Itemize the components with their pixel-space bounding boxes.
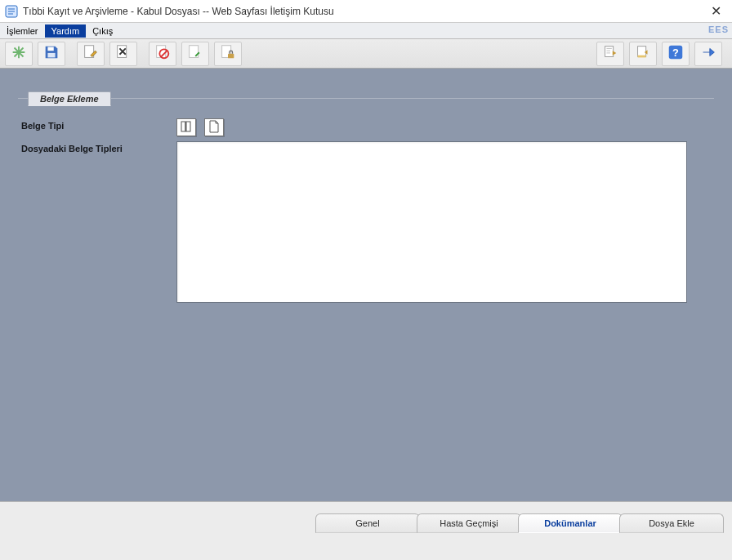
svg-rect-10 <box>228 54 234 59</box>
arrow-right-icon <box>699 43 717 64</box>
close-button[interactable]: ✕ <box>699 3 732 19</box>
bottom-tabs: Genel Hasta Geçmişi Dokümanlar Dosya Ekl… <box>0 502 732 533</box>
group-border <box>18 98 714 99</box>
document-lock-icon <box>219 43 237 64</box>
import-icon <box>601 43 619 64</box>
group-panel: Belge Ekleme Belge Tipi Dosyadaki Belge … <box>18 98 714 482</box>
page-icon <box>208 120 221 136</box>
menu-cikis[interactable]: Çıkış <box>86 24 119 38</box>
tab-hasta-gecmisi[interactable]: Hasta Geçmişi <box>417 513 521 533</box>
lookup-button[interactable] <box>176 118 196 136</box>
window-title: Tıbbi Kayıt ve Arşivleme - Kabul Dosyası… <box>23 6 699 17</box>
svg-rect-13 <box>638 56 646 58</box>
new-document-button[interactable] <box>204 118 224 136</box>
form: Belge Tipi Dosyadaki Belge Tipleri <box>18 118 714 303</box>
document-edit-button[interactable] <box>181 42 209 66</box>
title-bar: Tıbbi Kayıt ve Arşivleme - Kabul Dosyası… <box>0 0 732 23</box>
label-dosyadaki-belge-tipleri: Dosyadaki Belge Tipleri <box>21 141 176 153</box>
brand-label: EES <box>708 24 729 34</box>
forward-button[interactable] <box>694 42 722 66</box>
svg-rect-12 <box>638 47 646 57</box>
svg-rect-17 <box>186 122 190 131</box>
group-title: Belge Ekleme <box>28 91 111 106</box>
export-button[interactable] <box>629 42 657 66</box>
svg-rect-16 <box>181 122 185 131</box>
asterisk-icon <box>10 43 28 64</box>
edit-button[interactable] <box>77 42 105 66</box>
svg-text:?: ? <box>672 47 679 59</box>
svg-rect-1 <box>47 47 53 51</box>
svg-rect-2 <box>47 53 55 58</box>
menu-yardim[interactable]: Yardım <box>45 24 87 38</box>
tab-dosya-ekle[interactable]: Dosya Ekle <box>619 513 724 533</box>
block-button[interactable] <box>149 42 176 66</box>
delete-x-icon <box>114 43 132 64</box>
document-types-list[interactable] <box>176 141 687 303</box>
row-dosyadaki-belge-tipleri: Dosyadaki Belge Tipleri <box>21 141 711 303</box>
new-record-button[interactable] <box>5 42 33 66</box>
import-button[interactable] <box>596 42 624 66</box>
menu-islemler[interactable]: İşlemler <box>0 24 45 38</box>
prohibit-icon <box>154 43 172 64</box>
toolbar: ? <box>0 39 732 69</box>
export-icon <box>634 43 652 64</box>
app-icon <box>5 5 18 18</box>
row-belge-tipi: Belge Tipi <box>21 118 711 136</box>
content-area: Belge Ekleme Belge Tipi Dosyadaki Belge … <box>0 69 732 501</box>
document-lock-button[interactable] <box>214 42 242 66</box>
label-belge-tipi: Belge Tipi <box>21 118 176 131</box>
bottom-area: Genel Hasta Geçmişi Dokümanlar Dosya Ekl… <box>0 501 732 560</box>
tab-genel[interactable]: Genel <box>315 513 420 533</box>
help-button[interactable]: ? <box>662 42 690 66</box>
pencil-doc-icon <box>82 43 100 64</box>
svg-rect-11 <box>605 47 614 57</box>
document-pencil-icon <box>186 43 204 64</box>
floppy-disk-icon <box>42 43 60 64</box>
menu-bar: İşlemler Yardım Çıkış EES <box>0 23 732 39</box>
book-icon <box>180 120 193 136</box>
tab-dokumanlar[interactable]: Dokümanlar <box>518 513 623 533</box>
question-icon: ? <box>667 43 685 64</box>
save-button[interactable] <box>38 42 65 66</box>
delete-button[interactable] <box>109 42 137 66</box>
